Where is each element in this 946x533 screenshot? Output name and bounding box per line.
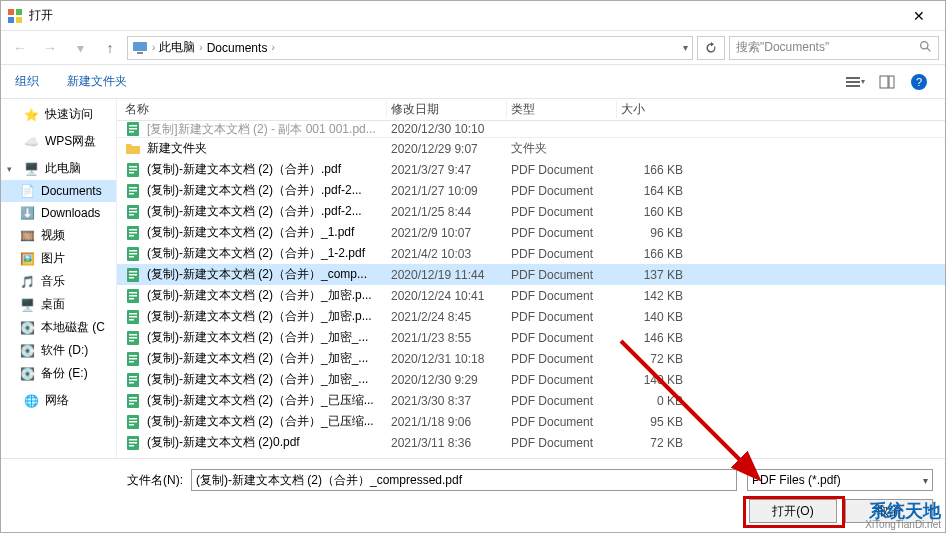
- file-list[interactable]: [复制]新建文本文档 (2) - 副本 001 001.pd...2020/12…: [117, 121, 945, 458]
- preview-pane-button[interactable]: [875, 70, 899, 94]
- title-bar[interactable]: 打开 ✕: [1, 1, 945, 31]
- toolbar: 组织 新建文件夹 ▾ ?: [1, 65, 945, 99]
- file-type: PDF Document: [507, 310, 617, 324]
- pdf-icon: [125, 309, 141, 325]
- file-date: 2021/1/23 8:55: [387, 331, 507, 345]
- sidebar: ⭐快速访问 ☁️WPS网盘 ▾🖥️此电脑 📄Documents ⬇️Downlo…: [1, 99, 117, 458]
- file-date: 2021/4/2 10:03: [387, 247, 507, 261]
- nav-up-button[interactable]: ↑: [97, 35, 123, 61]
- svg-rect-43: [129, 295, 137, 297]
- organize-button[interactable]: 组织: [15, 73, 39, 90]
- sidebar-item-edisk[interactable]: 💽备份 (E:): [1, 362, 116, 385]
- refresh-button[interactable]: [697, 36, 725, 60]
- file-row[interactable]: 新建文件夹2020/12/29 9:07文件夹: [117, 138, 945, 159]
- file-date: 2021/3/11 8:36: [387, 436, 507, 450]
- pdf-icon: [125, 225, 141, 241]
- file-date: 2020/12/30 9:29: [387, 373, 507, 387]
- svg-rect-48: [129, 319, 134, 321]
- file-name: (复制)-新建文本文档 (2)0.pdf: [147, 434, 300, 451]
- svg-rect-50: [129, 334, 137, 336]
- column-size[interactable]: 大小: [617, 101, 945, 118]
- file-row[interactable]: (复制)-新建文本文档 (2)（合并）_已压缩...2021/3/30 8:37…: [117, 390, 945, 411]
- file-row[interactable]: (复制)-新建文本文档 (2)（合并）_加密_...2020/12/31 10:…: [117, 348, 945, 369]
- sidebar-item-documents[interactable]: 📄Documents: [1, 180, 116, 202]
- column-date[interactable]: 修改日期: [387, 101, 507, 118]
- svg-rect-55: [129, 358, 137, 360]
- sidebar-item-ddisk[interactable]: 💽软件 (D:): [1, 339, 116, 362]
- open-button[interactable]: 打开(O): [749, 499, 837, 523]
- star-icon: ⭐: [23, 107, 39, 123]
- sidebar-item-desktop[interactable]: 🖥️桌面: [1, 293, 116, 316]
- file-row[interactable]: (复制)-新建文本文档 (2)（合并）_加密_...2021/1/23 8:55…: [117, 327, 945, 348]
- svg-rect-10: [846, 85, 860, 87]
- svg-rect-44: [129, 298, 134, 300]
- chevron-right-icon: ›: [152, 42, 155, 53]
- file-row[interactable]: [复制]新建文本文档 (2) - 副本 001 001.pd...2020/12…: [117, 121, 945, 138]
- sidebar-item-quick[interactable]: ⭐快速访问: [1, 103, 116, 126]
- nav-forward-button[interactable]: →: [37, 35, 63, 61]
- sidebar-item-thispc[interactable]: ▾🖥️此电脑: [1, 157, 116, 180]
- file-name: (复制)-新建文本文档 (2)（合并）.pdf: [147, 161, 341, 178]
- view-button[interactable]: ▾: [843, 70, 867, 94]
- file-row[interactable]: (复制)-新建文本文档 (2)（合并）.pdf2021/3/27 9:47PDF…: [117, 159, 945, 180]
- file-row[interactable]: (复制)-新建文本文档 (2)（合并）_1-2.pdf2021/4/2 10:0…: [117, 243, 945, 264]
- file-row[interactable]: (复制)-新建文本文档 (2)（合并）_加密_...2020/12/30 9:2…: [117, 369, 945, 390]
- svg-rect-39: [129, 274, 137, 276]
- chevron-right-icon: ›: [271, 42, 274, 53]
- document-icon: 📄: [19, 183, 35, 199]
- file-type: PDF Document: [507, 436, 617, 450]
- column-name[interactable]: 名称: [117, 101, 387, 118]
- close-button[interactable]: ✕: [899, 8, 939, 24]
- file-date: 2021/1/27 10:09: [387, 184, 507, 198]
- sidebar-item-wps[interactable]: ☁️WPS网盘: [1, 130, 116, 153]
- nav-back-button[interactable]: ←: [7, 35, 33, 61]
- help-button[interactable]: ?: [907, 70, 931, 94]
- column-type[interactable]: 类型: [507, 101, 617, 118]
- file-type: PDF Document: [507, 394, 617, 408]
- svg-rect-24: [129, 193, 134, 195]
- file-name: (复制)-新建文本文档 (2)（合并）_加密_...: [147, 350, 368, 367]
- file-name: (复制)-新建文本文档 (2)（合并）_1-2.pdf: [147, 245, 365, 262]
- svg-rect-19: [129, 169, 137, 171]
- chevron-right-icon: ›: [199, 42, 202, 53]
- file-row[interactable]: (复制)-新建文本文档 (2)（合并）_1.pdf2021/2/9 10:07P…: [117, 222, 945, 243]
- filename-input[interactable]: [191, 469, 737, 491]
- svg-rect-54: [129, 355, 137, 357]
- svg-rect-5: [137, 52, 143, 54]
- pc-icon: [132, 40, 148, 56]
- file-row[interactable]: (复制)-新建文本文档 (2)（合并）_加密.p...2020/12/24 10…: [117, 285, 945, 306]
- file-row[interactable]: (复制)-新建文本文档 (2)（合并）_已压缩...2021/1/18 9:06…: [117, 411, 945, 432]
- file-row[interactable]: (复制)-新建文本文档 (2)（合并）.pdf-2...2021/1/25 8:…: [117, 201, 945, 222]
- breadcrumb[interactable]: › 此电脑 › Documents › ▾: [127, 36, 693, 60]
- column-headers: 名称 修改日期 类型 大小: [117, 99, 945, 121]
- svg-rect-66: [129, 418, 137, 420]
- nav-dropdown-button[interactable]: ▾: [67, 35, 93, 61]
- svg-rect-1: [16, 9, 22, 15]
- breadcrumb-docs[interactable]: Documents: [207, 41, 268, 55]
- file-row[interactable]: (复制)-新建文本文档 (2)0.pdf2021/3/11 8:36PDF Do…: [117, 432, 945, 453]
- svg-rect-0: [8, 9, 14, 15]
- sidebar-item-videos[interactable]: 🎞️视频: [1, 224, 116, 247]
- svg-rect-38: [129, 271, 137, 273]
- breadcrumb-pc[interactable]: 此电脑: [159, 39, 195, 56]
- file-row[interactable]: (复制)-新建文本文档 (2)（合并）.pdf-2...2021/1/27 10…: [117, 180, 945, 201]
- file-row[interactable]: (复制)-新建文本文档 (2)（合并）_加密.p...2021/2/24 8:4…: [117, 306, 945, 327]
- chevron-down-icon[interactable]: ▾: [683, 42, 688, 53]
- file-name: (复制)-新建文本文档 (2)（合并）_已压缩...: [147, 392, 374, 409]
- sidebar-item-pictures[interactable]: 🖼️图片: [1, 247, 116, 270]
- file-name: (复制)-新建文本文档 (2)（合并）_1.pdf: [147, 224, 354, 241]
- app-icon: [7, 8, 23, 24]
- svg-rect-32: [129, 235, 134, 237]
- filetype-select[interactable]: PDF Files (*.pdf) ▾: [747, 469, 933, 491]
- filename-label: 文件名(N):: [1, 472, 191, 489]
- search-input[interactable]: 搜索"Documents": [729, 36, 939, 60]
- newfolder-button[interactable]: 新建文件夹: [67, 73, 127, 90]
- pdf-icon: [125, 435, 141, 451]
- sidebar-item-music[interactable]: 🎵音乐: [1, 270, 116, 293]
- file-size: 95 KB: [617, 415, 687, 429]
- file-row[interactable]: (复制)-新建文本文档 (2)（合并）_comp...2020/12/19 11…: [117, 264, 945, 285]
- sidebar-item-network[interactable]: 🌐网络: [1, 389, 116, 412]
- sidebar-item-downloads[interactable]: ⬇️Downloads: [1, 202, 116, 224]
- download-icon: ⬇️: [19, 205, 35, 221]
- sidebar-item-cdisk[interactable]: 💽本地磁盘 (C: [1, 316, 116, 339]
